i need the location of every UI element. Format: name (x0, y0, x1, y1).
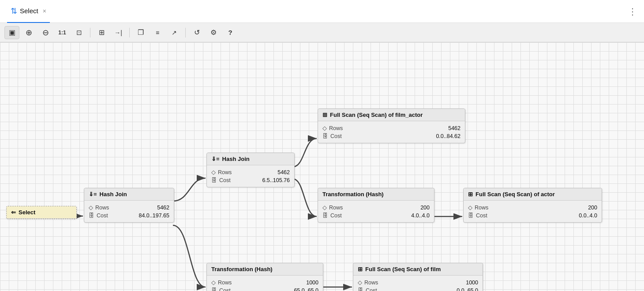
node-hash-join-1-cost: 🗄 Cost 84.0..197.65 (89, 212, 169, 220)
node-hash-join-2[interactable]: ⇓≡ Hash Join ◇ Rows 5462 🗄 Cost 6.5..105… (206, 153, 295, 187)
query-plan-canvas: ⇐ Select ⇓≡ Hash Join ◇ Rows 5462 🗄 Cost… (0, 42, 644, 291)
select-icon: ⇅ (11, 6, 17, 16)
node-select-header: ⇐ Select (7, 206, 76, 219)
separator-3 (185, 28, 186, 37)
select-node-label: Select (19, 209, 35, 216)
node-full-scan-film-body: ◇ Rows 1000 🗄 Cost 0.0..65.0 (353, 276, 483, 291)
node-transform-hash-1-header: Transformation (Hash) (318, 188, 434, 201)
indent-button[interactable]: →| (111, 26, 126, 39)
title-bar-left: ⇅ Select × (7, 0, 50, 23)
node-full-scan-film-rows: ◇ Rows 1000 (358, 278, 478, 287)
zoom-in-button[interactable]: ⊕ (21, 26, 36, 39)
node-transform-hash-2-rows: ◇ Rows 1000 (211, 278, 318, 287)
node-transform-hash-2-body: ◇ Rows 1000 🗄 Cost 65.0..65.0 (207, 276, 323, 291)
transform-hash-2-label: Transformation (Hash) (211, 266, 273, 272)
node-hash-join-1[interactable]: ⇓≡ Hash Join ◇ Rows 5462 🗄 Cost 84.0..19… (84, 188, 174, 223)
node-full-scan-actor[interactable]: ⊞ Full Scan (Seq Scan) of actor ◇ Rows 2… (463, 188, 602, 223)
toolbar: ▣ ⊕ ⊖ 1:1 ⊡ ⊞ →| ❐ ≡ ↗ ↺ ⚙ ? (0, 23, 644, 42)
node-transform-hash-1-body: ◇ Rows 200 🗄 Cost 4.0..4.0 (318, 201, 434, 222)
node-full-scan-film-actor-header: ⊞ Full Scan (Seq Scan) of film_actor (318, 109, 465, 121)
node-transform-hash-1-rows: ◇ Rows 200 (322, 203, 430, 212)
select-node-icon: ⇐ (11, 209, 16, 216)
node-hash-join-1-header: ⇓≡ Hash Join (84, 188, 174, 201)
hash-join-1-icon: ⇓≡ (89, 191, 97, 198)
zoom-out-button[interactable]: ⊖ (38, 26, 53, 39)
help-button[interactable]: ? (223, 26, 238, 39)
tab-select[interactable]: ⇅ Select × (7, 0, 50, 23)
table-icon-film-actor: ⊞ (322, 112, 327, 118)
node-full-scan-film-actor-cost: 🗄 Cost 0.0..84.62 (322, 132, 461, 140)
table-icon-film: ⊞ (358, 266, 363, 272)
fit-button[interactable]: ⊡ (71, 26, 86, 39)
full-scan-film-label: Full Scan (Seq Scan) of film (365, 266, 441, 272)
node-full-scan-film-actor[interactable]: ⊞ Full Scan (Seq Scan) of film_actor ◇ R… (318, 108, 465, 143)
more-button[interactable]: ⋮ (628, 6, 637, 17)
node-full-scan-actor-header: ⊞ Full Scan (Seq Scan) of actor (464, 188, 602, 201)
stack-icon-6: 🗄 (211, 287, 217, 291)
node-hash-join-2-header: ⇓≡ Hash Join (207, 153, 294, 165)
toggle-panel-button[interactable]: ▣ (4, 26, 19, 39)
hash-join-2-icon: ⇓≡ (211, 156, 220, 162)
separator-1 (90, 28, 90, 37)
copy-button[interactable]: ❐ (133, 26, 148, 39)
node-full-scan-actor-body: ◇ Rows 200 🗄 Cost 0.0..4.0 (464, 201, 602, 222)
zoom-reset-button[interactable]: 1:1 (55, 26, 70, 39)
node-transform-hash-2-cost: 🗄 Cost 65.0..65.0 (211, 287, 318, 291)
node-hash-join-1-body: ◇ Rows 5462 🗄 Cost 84.0..197.65 (84, 201, 174, 222)
refresh-button[interactable]: ↺ (189, 26, 204, 39)
node-full-scan-film-actor-rows: ◇ Rows 5462 (322, 124, 461, 132)
node-hash-join-2-rows: ◇ Rows 5462 (211, 168, 290, 176)
stack-icon-5: 🗄 (468, 213, 474, 219)
transform-hash-1-label: Transformation (Hash) (322, 191, 384, 198)
node-full-scan-film-header: ⊞ Full Scan (Seq Scan) of film (353, 263, 483, 276)
diamond-icon-1: ◇ (89, 204, 93, 211)
node-full-scan-actor-cost: 🗄 Cost 0.0..4.0 (468, 212, 597, 220)
node-full-scan-film-cost: 🗄 Cost 0.0..65.0 (358, 287, 478, 291)
layout-button[interactable]: ⊞ (94, 26, 109, 39)
full-scan-film-actor-label: Full Scan (Seq Scan) of film_actor (330, 112, 423, 118)
node-full-scan-actor-rows: ◇ Rows 200 (468, 203, 597, 212)
table-icon-actor: ⊞ (468, 191, 473, 198)
stack-icon-4: 🗄 (322, 213, 328, 219)
separator-2 (129, 28, 130, 37)
diamond-icon-6: ◇ (211, 279, 216, 286)
node-hash-join-2-body: ◇ Rows 5462 🗄 Cost 6.5..105.76 (207, 165, 294, 187)
hash-join-2-label: Hash Join (222, 156, 250, 162)
diamond-icon-4: ◇ (322, 204, 327, 211)
hash-join-1-label: Hash Join (100, 191, 127, 198)
node-transform-hash-1-cost: 🗄 Cost 4.0..4.0 (322, 212, 430, 220)
node-hash-join-2-cost: 🗄 Cost 6.5..105.76 (211, 176, 290, 184)
stack-icon-1: 🗄 (89, 213, 94, 219)
full-scan-actor-label: Full Scan (Seq Scan) of actor (476, 191, 555, 198)
stack-icon-2: 🗄 (211, 177, 217, 183)
node-full-scan-film-actor-body: ◇ Rows 5462 🗄 Cost 0.0..84.62 (318, 121, 465, 143)
stack-icon-3: 🗄 (322, 133, 328, 139)
node-select[interactable]: ⇐ Select (6, 206, 77, 219)
close-tab-button[interactable]: × (43, 7, 46, 15)
title-bar: ⇅ Select × ⋮ (0, 0, 644, 23)
node-hash-join-1-rows: ◇ Rows 5462 (89, 203, 169, 212)
node-transform-hash-2[interactable]: Transformation (Hash) ◇ Rows 1000 🗄 Cost… (206, 263, 323, 291)
align-button[interactable]: ≡ (150, 26, 165, 39)
diamond-icon-3: ◇ (322, 125, 327, 131)
diamond-icon-2: ◇ (211, 169, 216, 175)
node-transform-hash-2-header: Transformation (Hash) (207, 263, 323, 276)
tab-label: Select (20, 7, 38, 15)
diamond-icon-7: ◇ (358, 279, 362, 286)
stack-icon-7: 🗄 (358, 287, 363, 291)
arrows-layer (0, 42, 644, 291)
diamond-icon-5: ◇ (468, 204, 472, 211)
node-transform-hash-1[interactable]: Transformation (Hash) ◇ Rows 200 🗄 Cost … (318, 188, 434, 223)
export-button[interactable]: ↗ (167, 26, 182, 39)
node-full-scan-film[interactable]: ⊞ Full Scan (Seq Scan) of film ◇ Rows 10… (353, 263, 483, 291)
settings-button[interactable]: ⚙ (206, 26, 221, 39)
